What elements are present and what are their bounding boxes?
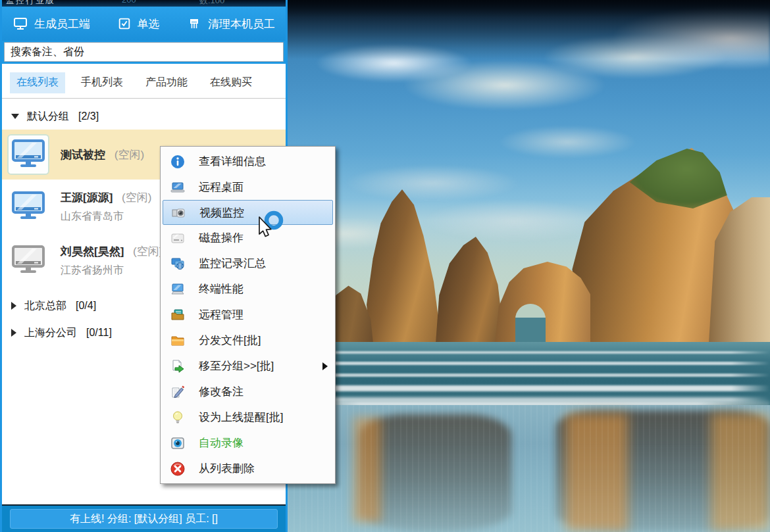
disk-icon (168, 230, 188, 246)
move-to-group-icon (168, 358, 188, 374)
edit-note-icon (168, 384, 188, 400)
computer-name: 测试被控 (61, 149, 105, 161)
menu-item-delete-from-list[interactable]: 从列表删除 (161, 456, 335, 481)
panel-tabs: 在线列表 手机列表 产品功能 在线购买 (10, 72, 279, 93)
menu-item-view-details[interactable]: 查看详细信息 (161, 149, 335, 174)
menu-item-remote-desktop[interactable]: 远程桌面 (161, 174, 335, 200)
group-row-default[interactable]: 默认分组 [2/3] (2, 107, 286, 126)
status-bar: 有上线! 分组: [默认分组] 员工: [] (2, 504, 286, 532)
wallpaper-arch-hole (515, 304, 546, 343)
distribute-files-icon (168, 333, 188, 349)
screen: 监控行业版 200 数:100 生成员工端 单选 (0, 0, 770, 532)
generate-client-button[interactable]: 生成员工端 (13, 16, 90, 32)
computer-info: 刘昊然[昊然] (空闲) 江苏省扬州市 (61, 244, 163, 278)
tabs-divider (2, 98, 286, 99)
window-titlebar: 监控行业版 200 数:100 (2, 0, 286, 7)
menu-item-terminal-performance[interactable]: 终端性能 (161, 276, 335, 302)
tab-phone-list[interactable]: 手机列表 (74, 72, 130, 93)
computer-monitor-icon-offline (7, 240, 49, 281)
menu-label: 移至分组>>[批] (199, 358, 274, 374)
computer-name: 王源[源源] (61, 191, 113, 204)
computer-status: (空闲) (115, 149, 144, 161)
sand-texture (288, 405, 770, 532)
computer-location: 江苏省扬州市 (61, 264, 163, 278)
click-ring-icon (267, 213, 281, 228)
menu-label: 自动录像 (199, 435, 244, 450)
menu-item-edit-note[interactable]: 修改备注 (161, 379, 335, 404)
menu-label: 远程桌面 (199, 180, 244, 195)
clean-local-clients-label: 清理本机员工 (208, 16, 275, 32)
menu-item-distribute-files[interactable]: 分发文件[批] (161, 327, 335, 353)
group-name: 默认分组 (27, 110, 69, 124)
group-name: 上海分公司 (24, 326, 77, 340)
window-title-fragment: 监控行业版 (6, 0, 55, 7)
desktop-wallpaper (288, 0, 770, 532)
wallpaper-sea (288, 342, 770, 405)
menu-item-remote-manage[interactable]: 远程管理 (161, 302, 335, 327)
generate-client-label: 生成员工端 (34, 16, 90, 32)
menu-label: 视频监控 (199, 205, 244, 220)
computer-monitor-icon (7, 134, 49, 175)
tab-online-list[interactable]: 在线列表 (10, 72, 65, 93)
online-remind-icon (168, 410, 188, 425)
group-count: [0/11] (86, 327, 112, 339)
computer-monitor-icon (7, 186, 49, 227)
window-title-fragment: 数:100 (199, 0, 224, 7)
terminal-performance-icon (168, 281, 188, 297)
wallpaper-wet-sand (288, 405, 770, 532)
tab-online-purchase[interactable]: 在线购买 (203, 72, 259, 93)
menu-label: 分发文件[批] (199, 333, 261, 348)
single-select-label: 单选 (138, 16, 160, 32)
computer-status: (空闲) (133, 245, 163, 258)
chevron-right-icon (11, 329, 16, 337)
menu-label: 从列表删除 (199, 461, 255, 476)
clean-local-clients-button[interactable]: 清理本机员工 (186, 16, 275, 32)
delete-icon (168, 461, 188, 477)
menu-item-move-to-group[interactable]: 移至分组>>[批] (161, 353, 335, 379)
group-count: [2/3] (78, 110, 99, 122)
context-menu: 查看详细信息 远程桌面 视频监控 磁盘操作 监控记录汇总 (160, 146, 336, 484)
online-status-button[interactable]: 有上线! 分组: [默认分组] 员工: [] (10, 509, 278, 529)
menu-item-monitor-records[interactable]: 监控记录汇总 (161, 251, 335, 276)
menu-label: 终端性能 (199, 281, 244, 297)
wave-foam (288, 362, 770, 365)
search-input[interactable] (4, 42, 284, 62)
wallpaper-vignette (288, 0, 770, 59)
menu-label: 查看详细信息 (199, 154, 266, 169)
wave-foam (288, 351, 770, 354)
broom-icon (186, 16, 202, 32)
menu-label: 远程管理 (199, 307, 244, 322)
tab-product-features[interactable]: 产品功能 (139, 72, 194, 93)
online-status-text: 有上线! 分组: [默认分组] 员工: [] (70, 512, 218, 526)
menu-label: 修改备注 (199, 384, 244, 399)
menu-item-disk-operations[interactable]: 磁盘操作 (161, 225, 335, 251)
chevron-down-icon (11, 114, 19, 119)
video-camera-icon (168, 205, 188, 220)
remote-desktop-icon (168, 180, 188, 195)
menu-item-online-reminder[interactable]: 设为上线提醒[批] (161, 404, 335, 430)
remote-manage-icon (168, 307, 188, 323)
menu-label: 磁盘操作 (199, 230, 244, 245)
chevron-right-icon (11, 302, 16, 310)
monitor-records-icon (168, 256, 188, 272)
computer-info: 测试被控 (空闲) (61, 147, 144, 162)
search-area (2, 41, 286, 64)
mouse-cursor (252, 209, 294, 250)
toolbar: 生成员工端 单选 清理本机员工 (2, 7, 286, 41)
computer-status: (空闲) (122, 191, 151, 204)
group-name: 北京总部 (24, 299, 66, 313)
monitor-icon (13, 16, 28, 32)
computer-info: 王源[源源] (空闲) 山东省青岛市 (61, 190, 151, 224)
auto-record-icon (168, 435, 188, 451)
menu-item-video-monitor[interactable]: 视频监控 (163, 200, 333, 225)
menu-label: 监控记录汇总 (199, 256, 266, 271)
group-count: [0/4] (76, 300, 96, 312)
single-select-button[interactable]: 单选 (117, 16, 160, 32)
window-title-fragment: 200 (122, 0, 136, 5)
menu-item-auto-record[interactable]: 自动录像 (161, 430, 335, 456)
wave-foam (288, 374, 770, 377)
computer-location: 山东省青岛市 (61, 210, 151, 224)
menu-label: 设为上线提醒[批] (199, 410, 283, 425)
checkbox-icon (117, 16, 132, 31)
wave-foam (288, 385, 770, 391)
